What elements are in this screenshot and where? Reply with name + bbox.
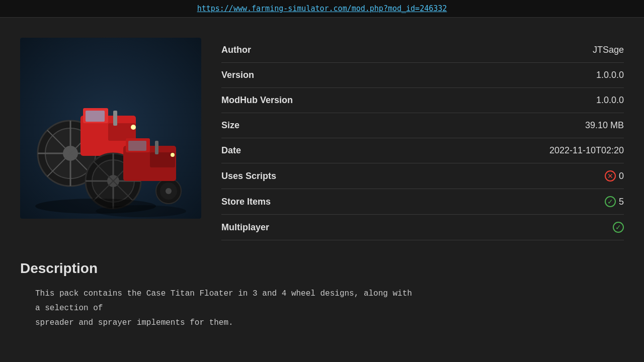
store-row: Store Items ✓ 5 (221, 189, 624, 215)
size-row: Size 39.10 MB (221, 113, 624, 138)
modhub-row: ModHub Version 1.0.0.0 (221, 88, 624, 113)
modhub-value: 1.0.0.0 (596, 95, 624, 106)
multiplayer-value: ✓ (613, 222, 624, 233)
author-label: Author (221, 45, 251, 55)
store-icon: ✓ (605, 196, 616, 207)
description-line2: a selection of (35, 301, 624, 316)
svg-point-16 (131, 125, 136, 130)
description-section: Description This pack contains the Case … (0, 250, 644, 345)
author-value: JTSage (593, 45, 624, 55)
mod-image (20, 38, 201, 219)
size-label: Size (221, 120, 239, 131)
store-label: Store Items (221, 197, 271, 207)
date-row: Date 2022-11-10T02:20 (221, 138, 624, 163)
mod-image-container (20, 38, 201, 240)
svg-point-32 (171, 153, 175, 157)
description-line1: This pack contains the Case Titan Floate… (35, 287, 624, 301)
description-text: This pack contains the Case Titan Floate… (20, 287, 624, 330)
multiplayer-row: Multiplayer ✓ (221, 215, 624, 240)
scripts-icon: ✕ (605, 170, 616, 182)
mod-details: Author JTSage Version 1.0.0.0 ModHub Ver… (221, 38, 624, 240)
svg-rect-29 (128, 141, 146, 151)
author-row: Author JTSage (221, 38, 624, 63)
multiplayer-label: Multiplayer (221, 222, 269, 233)
version-row: Version 1.0.0.0 (221, 63, 624, 88)
size-value: 39.10 MB (585, 120, 624, 131)
scripts-row: Uses Scripts ✕ 0 (221, 163, 624, 189)
scripts-label: Uses Scripts (221, 171, 276, 182)
date-label: Date (221, 145, 241, 156)
svg-rect-13 (86, 111, 105, 122)
description-line3: spreader and sprayer implements for them… (35, 316, 624, 330)
multiplayer-icon: ✓ (613, 222, 624, 233)
version-label: Version (221, 70, 254, 80)
svg-rect-15 (113, 111, 117, 126)
svg-point-34 (96, 205, 186, 217)
mod-link[interactable]: https://www.farming-simulator.com/mod.ph… (197, 4, 447, 13)
svg-rect-31 (155, 141, 158, 154)
modhub-label: ModHub Version (221, 95, 293, 106)
description-title: Description (20, 260, 624, 277)
store-count: 5 (619, 197, 624, 207)
store-value: ✓ 5 (605, 196, 624, 207)
date-value: 2022-11-10T02:20 (549, 145, 624, 156)
scripts-count: 0 (619, 171, 624, 182)
version-value: 1.0.0.0 (596, 70, 624, 80)
svg-point-26 (166, 188, 172, 194)
scripts-value: ✕ 0 (605, 170, 624, 182)
top-link-bar: https://www.farming-simulator.com/mod.ph… (0, 0, 644, 18)
